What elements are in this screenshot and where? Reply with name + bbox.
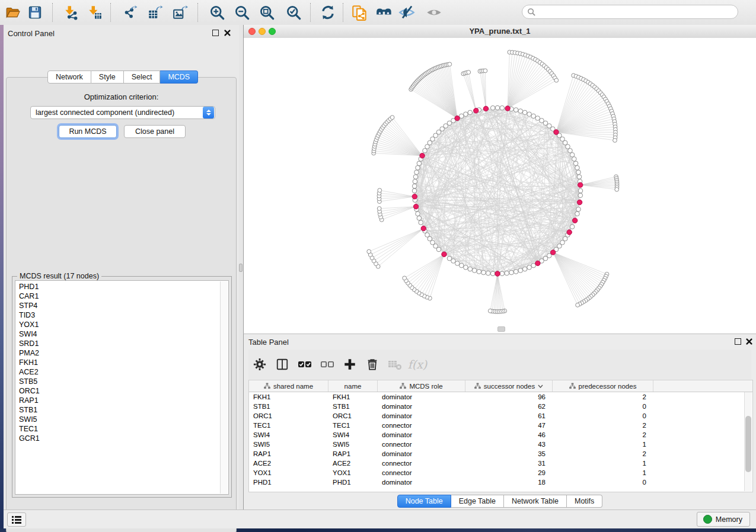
clone-network-icon[interactable] [351,4,368,21]
tab-mcds[interactable]: MCDS [160,70,198,84]
column-type-icon [400,383,406,389]
delete-table-icon [384,355,406,373]
tab-style[interactable]: Style [91,70,124,84]
horizontal-splitter-handle[interactable] [497,326,505,332]
column-header-successor-nodes[interactable]: successor nodes [465,380,553,392]
column-type-icon [264,383,270,389]
network-window-titlebar[interactable]: YPA_prune.txt_1 [244,25,756,39]
table-row[interactable]: ACE2ACE2connector311 [249,459,752,468]
tab-network-table[interactable]: Network Table [504,495,567,508]
select-stepper-icon [203,107,214,118]
table-scrollbar-thumb[interactable] [745,416,751,472]
network-canvas[interactable] [244,38,756,333]
cell-successor-nodes: 35 [465,450,553,457]
column-header-MCDS-role[interactable]: MCDS role [378,380,465,392]
mcds-result-item[interactable]: PHD1 [15,282,228,291]
mcds-result-item[interactable]: RAP1 [15,396,228,405]
mcds-result-item[interactable]: FKH1 [15,358,228,367]
hide-selected-icon[interactable] [398,4,415,21]
mcds-result-item[interactable]: STB1 [15,405,228,415]
table-row[interactable]: FKH1FKH1dominator962 [249,392,752,402]
column-header-name[interactable]: name [328,380,378,392]
table-row[interactable]: YOX1YOX1connector291 [249,468,752,477]
table-row[interactable]: TEC1TEC1connector472 [249,421,752,430]
save-icon[interactable] [27,4,43,21]
tab-edge-table[interactable]: Edge Table [451,495,504,508]
cell-successor-nodes: 47 [465,422,553,429]
memory-status-icon [703,515,712,524]
search-network-icon[interactable] [376,4,393,21]
mcds-result-item[interactable]: SRD1 [15,339,228,348]
show-all-icon[interactable] [426,4,442,21]
table-row[interactable]: SWI5SWI5connector431 [249,440,752,449]
import-table-icon[interactable] [87,4,103,21]
mcds-result-item[interactable]: ACE2 [15,367,228,377]
zoom-in-icon[interactable] [209,4,225,21]
network-graph[interactable] [244,38,756,333]
mcds-result-item[interactable]: SWI4 [15,329,228,339]
close-panel-button[interactable]: Close panel [124,125,186,138]
open-folder-icon[interactable] [5,4,21,21]
table-row[interactable]: STB1STB1dominator620 [249,402,752,411]
delete-column-icon[interactable] [361,355,384,373]
column-header-predecessor-nodes[interactable]: predecessor nodes [553,380,653,392]
mcds-result-item[interactable]: PMA2 [15,348,228,358]
cell-name: ACE2 [328,460,378,467]
create-column-icon[interactable] [339,355,361,373]
mcds-result-item[interactable]: TID3 [15,310,228,320]
mcds-result-item[interactable]: TEC1 [15,424,228,434]
table-row[interactable]: RAP1RAP1dominator352 [249,449,752,459]
criterion-select[interactable]: largest connected component (undirected) [30,106,215,119]
mcds-result-item[interactable]: GCR1 [15,434,228,443]
cell-name: SWI4 [328,431,378,438]
status-bar: Memory [4,509,756,528]
mcds-result-item[interactable]: STP4 [15,301,228,310]
float-panel-icon[interactable] [735,338,741,345]
tab-select[interactable]: Select [124,70,161,84]
table-row[interactable]: PHD1PHD1dominator180 [249,477,752,487]
zoom-fit-icon[interactable] [259,4,275,21]
splitter-handle[interactable] [239,264,243,272]
search-input[interactable] [522,5,738,19]
node-table[interactable]: shared namenameMCDS rolesuccessor nodesp… [248,380,753,492]
mcds-list-scrollbar[interactable] [220,281,228,493]
task-list-icon [11,515,22,524]
close-panel-icon[interactable] [224,30,231,36]
cell-name: TEC1 [328,422,378,429]
column-label: MCDS role [409,383,442,390]
export-table-icon[interactable] [147,4,164,21]
export-network-icon[interactable] [122,4,139,21]
import-network-icon[interactable] [63,4,79,21]
node-table-header: shared namenameMCDS rolesuccessor nodesp… [249,380,752,392]
column-header-filler [653,380,746,392]
close-panel-icon[interactable] [746,338,752,345]
control-panel: Control Panel NetworkStyleSelectMCDS Opt… [4,25,239,509]
select-all-columns-icon[interactable] [294,355,316,373]
mcds-result-item[interactable]: SWI5 [15,415,228,424]
tab-node-table[interactable]: Node Table [397,495,451,508]
column-header-shared-name[interactable]: shared name [249,380,328,392]
export-image-icon[interactable] [172,4,189,21]
memory-button[interactable]: Memory [697,512,750,527]
cell-shared-name: SWI4 [249,431,328,438]
tab-motifs[interactable]: Motifs [567,495,602,508]
table-scrollbar[interactable] [744,392,752,491]
mcds-result-item[interactable]: YOX1 [15,320,228,329]
mcds-result-item[interactable]: ORC1 [15,386,228,396]
column-layout-icon[interactable] [271,355,294,373]
unselect-all-columns-icon[interactable] [316,355,339,373]
run-mcds-button[interactable]: Run MCDS [59,125,117,138]
table-row[interactable]: ORC1ORC1dominator610 [249,411,752,421]
cell-shared-name: YOX1 [249,469,328,476]
table-settings-gear-icon[interactable] [248,355,271,373]
zoom-selected-icon[interactable] [285,4,302,21]
refresh-icon[interactable] [320,4,336,21]
tab-network[interactable]: Network [47,70,91,84]
mcds-result-item[interactable]: CAR1 [15,291,228,301]
table-row[interactable]: SWI4SWI4dominator462 [249,430,752,440]
mcds-result-item[interactable]: STB5 [15,377,228,386]
float-panel-icon[interactable] [212,30,219,36]
show-task-history-button[interactable] [7,512,26,527]
zoom-out-icon[interactable] [234,4,250,21]
mcds-result-list[interactable]: PHD1CAR1STP4TID3YOX1SWI4SRD1PMA2FKH1ACE2… [15,280,229,495]
